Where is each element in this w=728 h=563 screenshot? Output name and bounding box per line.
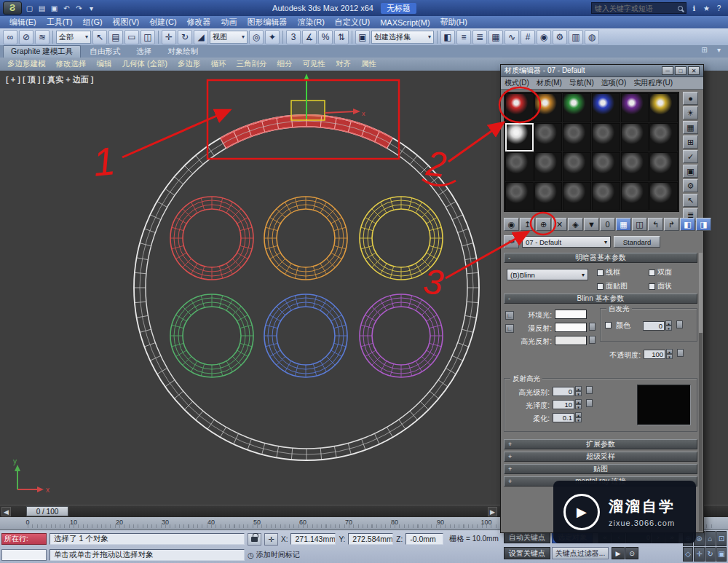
make-preview-icon[interactable]: ▣ xyxy=(683,165,698,178)
window-crossing-icon[interactable]: ◫ xyxy=(141,30,155,44)
backlight-icon[interactable]: ☀ xyxy=(683,106,698,119)
menu-item[interactable]: 编辑(E) xyxy=(4,16,41,28)
material-id-channel-icon[interactable]: 0 xyxy=(600,218,615,231)
ring-orange[interactable] xyxy=(264,197,347,280)
open-file-icon[interactable]: ▤ xyxy=(36,2,48,15)
material-sample-slot[interactable] xyxy=(563,93,591,122)
ring-red[interactable] xyxy=(170,197,253,280)
lock-diffuse-specular-button[interactable]: ∟ xyxy=(505,324,514,333)
sample-type-icon[interactable]: ● xyxy=(683,92,698,105)
get-material-icon[interactable]: ◉ xyxy=(504,218,519,231)
soften-spinner[interactable]: 0.1 xyxy=(553,412,582,422)
material-sample-slot[interactable] xyxy=(534,152,563,181)
specular-color-swatch[interactable] xyxy=(555,336,587,345)
wireframe-checkbox[interactable] xyxy=(597,269,604,276)
material-sample-slot[interactable] xyxy=(592,152,620,181)
snap-3d-icon[interactable]: 3 xyxy=(286,30,301,44)
ribbon-config-icon[interactable]: ⊞ xyxy=(698,44,711,56)
ribbon-tab[interactable]: Graphite 建模工具 xyxy=(3,45,81,58)
self-illum-spinner[interactable]: 0 xyxy=(643,320,672,331)
pan-icon[interactable]: ✛ xyxy=(694,547,704,562)
undo-icon[interactable]: ↶ xyxy=(60,2,73,15)
material-map-browser-icon[interactable]: ◧ xyxy=(680,218,695,231)
named-selection-dropdown[interactable]: 创建选择集 xyxy=(371,31,434,44)
edit-named-sets-icon[interactable]: ▣ xyxy=(355,30,370,44)
zoom-extents-all-icon[interactable]: ⊡ xyxy=(716,531,727,546)
maximize-viewport-icon[interactable]: ▣ xyxy=(716,547,727,562)
rollout-shader-basic[interactable]: - 明暗器基本参数 xyxy=(504,253,697,263)
scale-icon[interactable]: ◢ xyxy=(194,30,208,44)
material-sample-slot[interactable] xyxy=(592,123,620,152)
me-menu-item[interactable]: 导航(N) xyxy=(569,78,594,88)
ribbon-panel-label[interactable]: 多边形 xyxy=(178,59,201,69)
time-slider-handle[interactable]: 0 / 100 xyxy=(26,506,68,516)
material-sample-slot[interactable] xyxy=(505,152,534,181)
me-menu-item[interactable]: 材质(M) xyxy=(537,78,562,88)
ribbon-panel-label[interactable]: 属性 xyxy=(361,59,376,69)
rect-region-icon[interactable]: ▭ xyxy=(124,30,139,44)
maxscript-mini-listener[interactable] xyxy=(1,549,47,561)
material-sample-slot[interactable] xyxy=(649,152,678,181)
menu-item[interactable]: 修改器 xyxy=(182,16,216,28)
opacity-map-button[interactable] xyxy=(677,349,684,357)
ring-yellow[interactable] xyxy=(360,197,443,280)
material-sample-slot[interactable] xyxy=(649,123,678,152)
me-scrollbar-thumb[interactable] xyxy=(699,253,703,333)
ambient-color-swatch[interactable] xyxy=(555,310,587,319)
app-logo[interactable]: Ϩ xyxy=(3,1,22,15)
go-forward-same-level-icon[interactable]: ↱ xyxy=(664,218,679,231)
menu-item[interactable]: 动画 xyxy=(216,16,242,28)
help-icon[interactable]: ? xyxy=(713,2,725,15)
render-icon[interactable]: ◍ xyxy=(585,30,599,44)
lock-ambient-diffuse-button[interactable]: ∟ xyxy=(505,311,514,320)
material-sample-slot[interactable] xyxy=(563,152,591,181)
me-scrollbar[interactable] xyxy=(699,253,703,531)
ring-green[interactable] xyxy=(170,294,253,377)
material-name-dropdown[interactable]: 07 - Default xyxy=(522,236,611,248)
redo-icon[interactable]: ↷ xyxy=(73,2,85,15)
torus-inner-edge[interactable] xyxy=(146,127,467,449)
align-icon[interactable]: ≡ xyxy=(456,30,471,44)
material-sample-slot[interactable] xyxy=(534,123,563,152)
unlink-icon[interactable]: ⊘ xyxy=(19,30,33,44)
quick-access-caret-icon[interactable]: ▾ xyxy=(85,2,98,15)
menu-item[interactable]: 视图(V) xyxy=(108,16,145,28)
orbit-icon[interactable]: ↻ xyxy=(705,547,716,562)
move-icon[interactable]: ✛ xyxy=(162,30,176,44)
specular-map-button[interactable] xyxy=(589,336,596,344)
material-sample-slot[interactable] xyxy=(534,182,563,211)
spinner-arrows[interactable] xyxy=(665,320,672,331)
zoom-extents-icon[interactable]: ⌂ xyxy=(705,531,716,546)
material-sample-slot[interactable] xyxy=(592,93,620,122)
play-animation-icon[interactable]: ▶ xyxy=(612,547,625,559)
diffuse-map-button[interactable] xyxy=(589,323,596,331)
material-sample-slot[interactable] xyxy=(534,93,563,122)
close-button[interactable]: ✕ xyxy=(688,66,700,75)
show-map-in-viewport-icon[interactable]: ▦ xyxy=(616,218,631,231)
menu-item[interactable]: 图形编辑器 xyxy=(242,16,293,28)
menu-item[interactable]: 工具(T) xyxy=(41,16,78,28)
ribbon-panel-label[interactable]: 循环 xyxy=(210,59,226,69)
rendered-frame-icon[interactable]: ▥ xyxy=(569,30,583,44)
search-input[interactable] xyxy=(595,4,675,12)
pick-material-from-object-icon[interactable]: ✑ xyxy=(504,235,519,248)
gizmo-x-axis[interactable] xyxy=(325,111,355,113)
two-sided-checkbox[interactable] xyxy=(649,269,655,276)
put-to-scene-icon[interactable]: ↥ xyxy=(520,218,535,231)
ribbon-tab[interactable]: 选择 xyxy=(129,46,159,58)
material-sample-slot[interactable] xyxy=(621,93,649,122)
ribbon-minimize-icon[interactable]: ▾ xyxy=(713,44,725,56)
material-sample-slot[interactable] xyxy=(592,182,620,211)
select-by-material-icon[interactable]: ↖ xyxy=(683,194,698,207)
rollout-maps[interactable]: + 贴图 xyxy=(504,464,697,474)
menu-item[interactable]: 渲染(R) xyxy=(293,16,330,28)
face-map-checkbox[interactable] xyxy=(597,283,604,290)
go-to-parent-icon[interactable]: ↰ xyxy=(648,218,663,231)
material-editor-icon[interactable]: ◉ xyxy=(537,30,551,44)
selection-lock-toggle[interactable] xyxy=(248,533,261,546)
graphite-toggle-icon[interactable]: ▦ xyxy=(488,30,503,44)
rollout-extended-params[interactable]: + 扩展参数 xyxy=(504,439,697,449)
material-sample-slot[interactable] xyxy=(505,182,534,211)
angle-snap-icon[interactable]: ∡ xyxy=(302,30,317,44)
mirror-icon[interactable]: ◧ xyxy=(440,30,455,44)
